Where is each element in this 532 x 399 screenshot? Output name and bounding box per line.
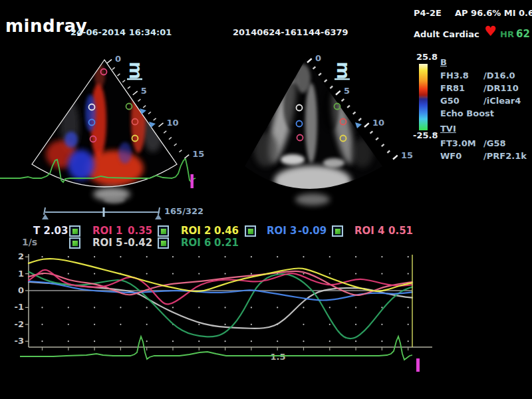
exam-preset: Adult Cardiac: [414, 29, 479, 39]
bmode-tissue: [239, 48, 420, 205]
ecg-waveform-lower: [20, 336, 412, 360]
roi-value: -0.42: [124, 237, 152, 249]
roi-value: 0.51: [388, 225, 413, 237]
scrollbar-end-marker[interactable]: [155, 214, 162, 219]
roi-value: -0.09: [298, 225, 327, 237]
checkbox-check: [161, 229, 166, 234]
roi-value: 0.35: [128, 225, 152, 237]
mindray-mark-icon: m: [333, 61, 353, 79]
tvi-colorbar: [419, 64, 428, 130]
y-tick-label: -2: [15, 319, 24, 329]
roi-label: ROI 2: [181, 225, 211, 237]
roi-label: ROI 6: [181, 237, 211, 249]
pointer-arrow-icon[interactable]: [355, 122, 362, 128]
roi-value: 0.46: [214, 225, 239, 237]
depth-label: 0: [115, 54, 121, 64]
ecg-trace-upper: [0, 153, 200, 201]
colorbar-max: 25.8: [416, 52, 438, 62]
hr-value: 62: [516, 28, 530, 40]
y-tick-label: 0: [18, 285, 24, 295]
curve-roi-6: [29, 272, 412, 338]
roi-checkbox[interactable]: [332, 225, 343, 237]
roi-label: ROI 5: [92, 237, 123, 249]
svg-text:m: m: [333, 61, 353, 79]
b-mode-header: B: [440, 57, 528, 67]
y-tick-label: 2: [18, 251, 24, 261]
datetime: 24-06-2014 16:34:01: [70, 27, 172, 37]
depth-label: 10: [167, 118, 179, 128]
time-value: T 2.03: [33, 225, 68, 237]
b-mode-image[interactable]: m 051015: [239, 48, 420, 202]
sweep-marker: [191, 174, 194, 188]
x-tick-label: 1.5: [270, 352, 285, 362]
checkbox-check: [72, 241, 78, 246]
tvi-mode-header: TVI: [440, 124, 528, 134]
roi-checkbox[interactable]: [158, 225, 169, 237]
roi-label: ROI 4: [354, 225, 385, 237]
roi-value: 0.21: [214, 237, 239, 249]
y-tick-label: -1: [15, 302, 24, 312]
scrollbar-left-cap: [44, 207, 45, 215]
depth-label: 10: [372, 118, 384, 128]
roi-label: ROI 3: [267, 225, 297, 237]
probe-name: P4-2E: [414, 8, 442, 18]
sweep-marker: [416, 358, 420, 372]
roi-checkbox[interactable]: [69, 225, 80, 237]
param-row: FR81/DR110: [440, 83, 528, 93]
roi-checkbox[interactable]: [245, 225, 256, 237]
param-row: FT3.0M/G58: [440, 138, 528, 148]
roi-checkbox[interactable]: [158, 237, 169, 249]
colorbar-min: -25.8: [413, 130, 438, 140]
scrollbar-start-marker[interactable]: [42, 214, 49, 219]
depth-label: 5: [141, 86, 147, 96]
roi-label: ROI 1: [92, 225, 123, 237]
depth-label: 15: [401, 150, 413, 160]
echo-boost-label: Echo Boost: [440, 108, 528, 118]
acoustic-output: AP 96.6% MI 0.6: [455, 8, 532, 18]
checkbox-check: [72, 229, 78, 234]
ecg-waveform: [0, 159, 196, 182]
checkbox-check: [335, 229, 340, 234]
exam-id: 20140624-161144-6379: [233, 27, 348, 37]
depth-label: 0: [315, 53, 321, 63]
cine-scrollbar[interactable]: [37, 203, 170, 223]
param-row: FH3.8/D16.0: [440, 70, 528, 80]
scrollbar-right-cap: [158, 207, 160, 215]
hr-label: HR: [500, 29, 514, 39]
heart-icon: ♥: [484, 25, 497, 39]
svg-text:m: m: [126, 61, 146, 79]
curve-roi-4: [29, 271, 412, 295]
checkbox-check: [161, 241, 166, 246]
depth-label: 5: [344, 86, 350, 96]
param-row: G50/iClear4: [440, 96, 528, 106]
y-tick-label: -3: [15, 336, 24, 346]
frame-counter: 165/322: [164, 206, 203, 216]
ultrasound-screen: mindray 24-06-2014 16:34:01 20140624-161…: [0, 0, 532, 399]
y-axis-unit: 1/s: [22, 237, 37, 247]
strain-rate-chart: 210-1-2-31.5: [17, 251, 449, 384]
checkbox-check: [248, 229, 253, 234]
mindray-mark-icon: m: [126, 61, 146, 79]
curve-roi-5: [29, 282, 412, 329]
roi-checkbox[interactable]: [69, 237, 80, 249]
y-tick-label: 1: [18, 269, 24, 279]
param-row: WF0/PRF2.1k: [440, 151, 528, 161]
